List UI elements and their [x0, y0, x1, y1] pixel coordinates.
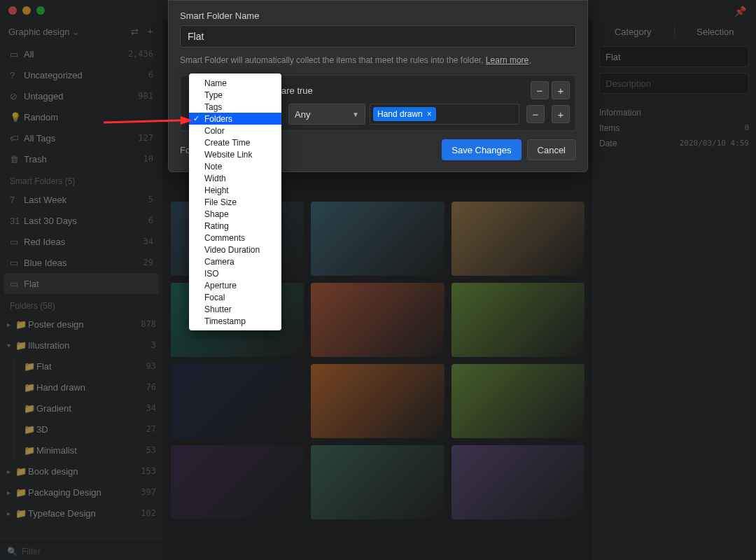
remove-rule-group-button[interactable]: − [531, 81, 549, 99]
smart-folder-name-input[interactable] [180, 25, 576, 48]
dropdown-item-camera[interactable]: Camera [189, 255, 281, 267]
dropdown-item-website-link[interactable]: Website Link [189, 148, 281, 160]
dropdown-item-file-size[interactable]: File Size [189, 196, 281, 208]
rule-value-input[interactable]: Hand drawn× [370, 104, 519, 125]
tag-chip[interactable]: Hand drawn× [373, 107, 436, 121]
dropdown-item-focal[interactable]: Focal [189, 291, 281, 303]
dropdown-item-aperture[interactable]: Aperture [189, 279, 281, 291]
rule-condition-select[interactable]: Any▼ [288, 104, 365, 125]
rule-head-text: are true [281, 85, 313, 96]
dropdown-item-shape[interactable]: Shape [189, 208, 281, 220]
save-button[interactable]: Save Changes [442, 139, 521, 160]
dropdown-item-folders[interactable]: Folders [189, 113, 281, 125]
dropdown-item-iso[interactable]: ISO [189, 267, 281, 279]
dropdown-item-create-time[interactable]: Create Time [189, 136, 281, 148]
dropdown-item-tags[interactable]: Tags [189, 101, 281, 113]
modal-description: Smart Folder will automatically collect … [180, 55, 576, 66]
dropdown-item-rating[interactable]: Rating [189, 220, 281, 232]
dropdown-item-width[interactable]: Width [189, 172, 281, 184]
add-rule-button[interactable]: + [552, 105, 570, 123]
add-rule-group-button[interactable]: + [552, 81, 570, 99]
learn-more-link[interactable]: Learn more [486, 55, 528, 65]
dropdown-item-video-duration[interactable]: Video Duration [189, 244, 281, 255]
dropdown-item-comments[interactable]: Comments [189, 232, 281, 244]
remove-tag-icon[interactable]: × [427, 109, 432, 119]
dropdown-item-type[interactable]: Type [189, 89, 281, 101]
dropdown-item-height[interactable]: Height [189, 184, 281, 196]
cancel-button[interactable]: Cancel [527, 139, 576, 160]
modal-title: Smart Folder Name [180, 10, 576, 21]
dropdown-item-timestamp[interactable]: Timestamp [189, 315, 281, 327]
dropdown-item-color[interactable]: Color [189, 125, 281, 136]
remove-rule-button[interactable]: − [526, 105, 545, 123]
rule-field-dropdown[interactable]: NameTypeTagsFoldersColorCreate TimeWebsi… [189, 74, 281, 330]
dropdown-item-shutter[interactable]: Shutter [189, 303, 281, 315]
dropdown-item-name[interactable]: Name [189, 77, 281, 89]
dropdown-item-note[interactable]: Note [189, 160, 281, 172]
